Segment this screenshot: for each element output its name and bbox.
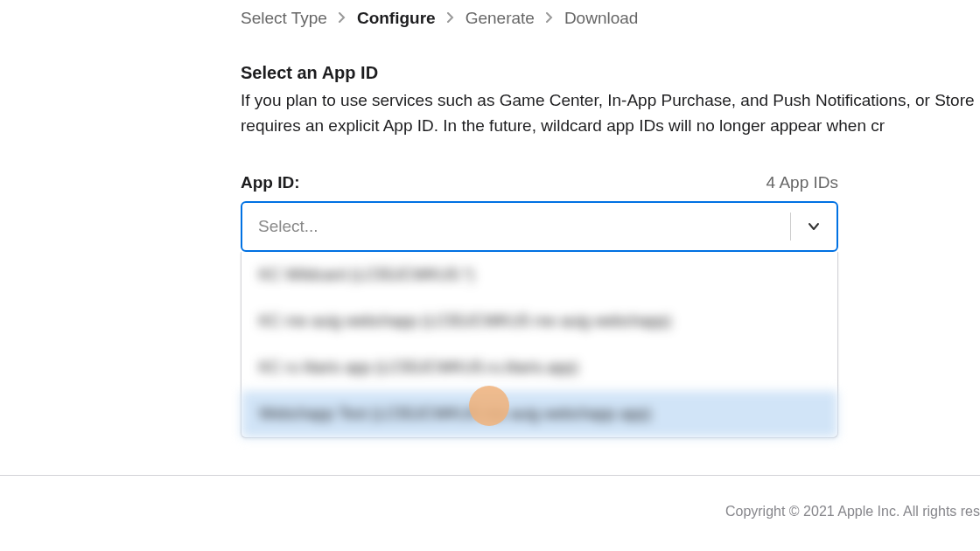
chevron-right-icon: [338, 11, 346, 25]
app-id-select[interactable]: Select...: [241, 201, 838, 252]
select-placeholder: Select...: [258, 217, 318, 236]
dropdown-option[interactable]: KC me auig webchapp (LC55JCWKU5 me auig …: [242, 298, 837, 345]
app-id-count: 4 App IDs: [766, 173, 838, 192]
dropdown-option[interactable]: KC ru litaris app (LC55JCWKU5.ru.litaris…: [242, 345, 837, 391]
app-id-dropdown: KC Wildcard (LC55JCWKU5.*) KC me auig we…: [241, 252, 838, 438]
breadcrumb-step-configure[interactable]: Configure: [357, 9, 436, 28]
footer-copyright: Copyright © 2021 Apple Inc. All rights r…: [725, 504, 980, 520]
breadcrumb-step-generate[interactable]: Generate: [466, 9, 535, 28]
breadcrumb: Select Type Configure Generate Download: [241, 9, 980, 28]
breadcrumb-step-download[interactable]: Download: [564, 9, 639, 28]
chevron-down-icon: [807, 220, 821, 234]
breadcrumb-step-select-type[interactable]: Select Type: [241, 9, 327, 28]
chevron-right-icon: [545, 11, 554, 25]
dropdown-option[interactable]: KC Wildcard (LC55JCWKU5.*): [242, 252, 837, 298]
section-description: If you plan to use services such as Game…: [241, 88, 980, 138]
section-title: Select an App ID: [241, 63, 980, 83]
footer-divider: [0, 475, 980, 476]
app-id-label: App ID:: [241, 173, 300, 192]
chevron-right-icon: [446, 11, 455, 25]
dropdown-option[interactable]: Webchapp Test (LC55JCWKU5 me auig webcha…: [242, 391, 837, 437]
